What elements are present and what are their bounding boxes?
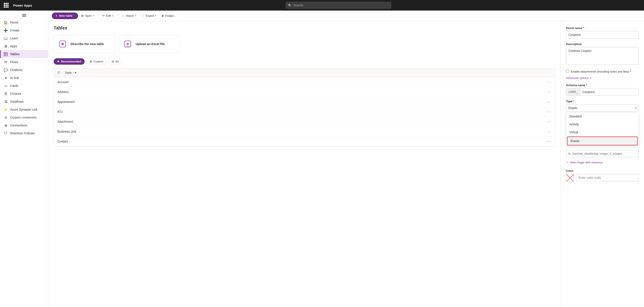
sidebar-item-home[interactable]: 🏠 Home (0, 19, 48, 26)
sidebar-item-label: Azure Synapse Link (10, 108, 38, 111)
new-image-button[interactable]: ＋ New image web resource (566, 159, 602, 165)
edit-button[interactable]: ✏ Edit ▾ (100, 13, 116, 19)
hamburger-icon (22, 14, 26, 17)
analyze-button[interactable]: ◈ Analyz... (159, 13, 178, 19)
sidebar-item-connections[interactable]: ⊕ Connections (0, 121, 48, 129)
sidebar-item-label: Home (10, 21, 18, 24)
sidebar-item-dataflows[interactable]: ⇅ Dataflows (0, 98, 48, 106)
row-more-button[interactable]: ⋯ (546, 79, 552, 85)
tables-list: ☰ Table ↑ ▾ Account ⋯ Address ⋯ (54, 68, 555, 147)
all-tab[interactable]: ⊟ All (108, 58, 122, 65)
sidebar-item-learn[interactable]: 📖 Learn (0, 34, 48, 42)
required-star-type: * (573, 100, 574, 103)
row-more-button[interactable]: ⋯ (546, 89, 552, 95)
export-dropdown-arrow: ▾ (155, 15, 156, 17)
schema-name-input[interactable] (580, 88, 638, 95)
sidebar-item-label: Connections (10, 124, 27, 127)
sidebar-item-cards[interactable]: ▭ Cards (0, 82, 48, 90)
sidebar-item-label: Dataflows (10, 100, 24, 103)
sidebar-item-create[interactable]: ➕ Create (0, 26, 48, 34)
table-row[interactable]: Appointment ⋯ (54, 97, 555, 107)
recommended-tab[interactable]: ★ Recommended (54, 58, 84, 65)
toolbar-sep-2 (117, 13, 118, 19)
type-label: Type * (566, 100, 639, 103)
color-input[interactable] (576, 174, 639, 181)
analyze-icon: ◈ (162, 14, 164, 17)
chevron-up-icon: ∧ (590, 76, 592, 80)
row-more-button[interactable]: ⋯ (546, 109, 552, 114)
type-option-virtual[interactable]: Virtual (566, 128, 638, 136)
sidebar-item-custom-connectors[interactable]: ⊙ Custom connectors (0, 114, 48, 121)
advanced-options-toggle[interactable]: Advanced options ∧ (566, 76, 639, 80)
edit-dropdown-arrow: ▾ (112, 15, 114, 17)
describe-card-label: Describe the new table (70, 42, 104, 46)
type-option-standard[interactable]: Standard (566, 112, 638, 120)
describe-table-card[interactable]: Describe the new table (54, 35, 115, 53)
sidebar-item-label: Flows (10, 60, 18, 64)
table-row[interactable]: Contact ⋯ (54, 137, 555, 146)
table-row[interactable]: Attachment ⋯ (54, 117, 555, 127)
row-more-button[interactable]: ⋯ (546, 129, 552, 134)
schema-name-row: cr665_ (566, 88, 639, 96)
sidebar-item-chatbots[interactable]: 💬 Chatbots (0, 66, 48, 74)
custom-tab[interactable]: ⊞ Custom (86, 58, 106, 65)
color-field-group: Color (566, 169, 639, 182)
import-icon: ← (122, 14, 124, 17)
search-bar[interactable]: 🔍 (286, 2, 391, 9)
hamburger-button[interactable] (0, 12, 48, 19)
row-more-button[interactable]: ⋯ (546, 139, 552, 144)
sidebar: 🏠 Home ➕ Create 📖 Learn ⊞ Apps Tab (0, 11, 48, 307)
open-button[interactable]: ⊞ Open ▾ (79, 13, 96, 19)
sidebar-item-label: AI hub (10, 76, 19, 80)
description-label: Description (566, 43, 639, 46)
table-sort-button[interactable]: Table ↑ ▾ (64, 70, 78, 75)
required-star: * (583, 26, 584, 30)
export-button[interactable]: → Export ▾ (139, 13, 159, 19)
sort-chevron-icon: ▾ (75, 71, 76, 74)
image-resource-field-group: fo_hammer_disableJpg; msqyn_5_images... … (566, 150, 639, 165)
sidebar-item-label: Create (10, 29, 19, 32)
svg-point-5 (62, 43, 64, 45)
table-row[interactable]: Account ⋯ (54, 77, 555, 87)
app-logo: Power Apps (13, 4, 32, 7)
toolbar: ＋ New table ▾ ⊞ Open ▾ ✏ Edit ▾ ← Import… (48, 11, 644, 21)
type-select[interactable]: Elastic (566, 104, 639, 112)
color-swatch[interactable] (566, 174, 574, 182)
sidebar-item-label: Chatbots (10, 68, 22, 72)
svg-rect-0 (4, 52, 8, 56)
attachments-checkbox[interactable] (566, 70, 569, 73)
table-row[interactable]: Address ⋯ (54, 87, 555, 97)
create-icon: ➕ (4, 28, 8, 33)
sidebar-item-choices[interactable]: ☰ Choices (0, 90, 48, 98)
sidebar-item-ai-hub[interactable]: ✦ AI hub (0, 74, 48, 82)
column-select-icon[interactable]: ☰ (57, 71, 62, 74)
type-select-wrapper: Elastic ▾ (566, 104, 639, 112)
schema-name-field-group: Schema name * cr665_ (566, 84, 639, 96)
describe-icon (58, 40, 67, 48)
learn-icon: 📖 (4, 36, 8, 41)
edit-icon: ✏ (102, 14, 105, 17)
row-more-button[interactable]: ⋯ (546, 119, 552, 124)
sidebar-item-azure-synapse[interactable]: ⚡ Azure Synapse Link (0, 106, 48, 114)
azure-synapse-icon: ⚡ (4, 107, 8, 112)
type-option-activity[interactable]: Activity (566, 120, 638, 128)
upload-excel-card[interactable]: Upload an Excel file (119, 35, 180, 53)
table-row[interactable]: AT1 ⋯ (54, 107, 555, 117)
row-more-button[interactable]: ⋯ (546, 99, 552, 104)
type-option-elastic[interactable]: Elastic (567, 137, 638, 145)
import-button[interactable]: ← Import ▾ (119, 13, 138, 19)
sidebar-item-tables[interactable]: Tables (0, 50, 48, 58)
apps-icon: ⊞ (4, 44, 8, 48)
waffle-menu-button[interactable] (3, 2, 10, 9)
plus-icon: ＋ (55, 14, 58, 18)
sidebar-item-label: Custom connectors (10, 116, 37, 119)
table-row[interactable]: Business Unit ⋯ (54, 127, 555, 137)
right-panel: Plural name * Description Contoso Coupon… (560, 21, 644, 307)
plural-name-input[interactable] (566, 31, 639, 39)
sidebar-item-flows[interactable]: ⟳ Flows (0, 58, 48, 66)
search-input[interactable] (294, 4, 389, 7)
sidebar-item-apps[interactable]: ⊞ Apps (0, 42, 48, 50)
description-textarea[interactable]: Contoso Coupon (566, 47, 639, 65)
new-table-button[interactable]: ＋ New table ▾ (52, 13, 78, 19)
sidebar-item-retention[interactable]: 🛡 Retention Policies (0, 129, 48, 137)
